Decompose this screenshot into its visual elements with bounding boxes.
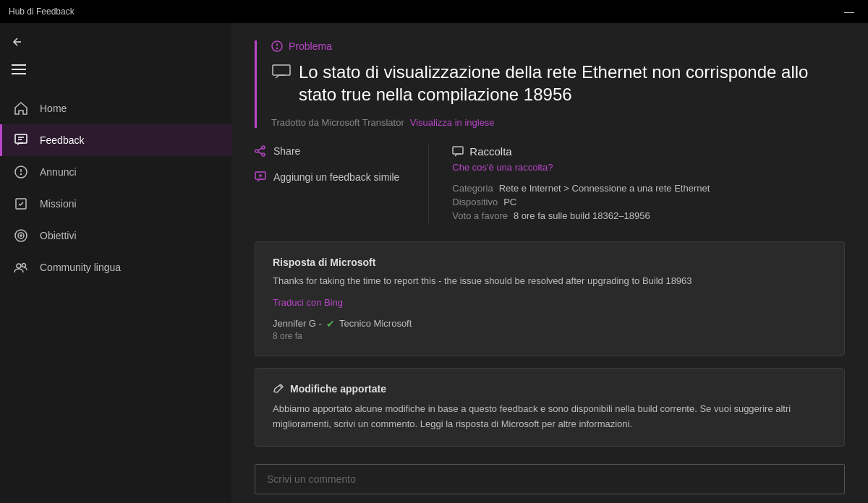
modifiche-box: Modifiche apportate Abbiamo apportato al… [255,368,845,447]
verified-icon: ✔ [326,318,335,330]
raccolta-title: Raccolta [469,145,511,158]
annunci-icon [14,165,28,179]
svg-point-21 [262,153,265,156]
sidebar-item-missioni-label: Missioni [40,198,77,210]
svg-rect-3 [15,134,27,143]
svg-point-13 [17,264,21,268]
translator-label: Tradotto da Microsoft Translator [271,117,404,128]
svg-rect-1 [12,69,26,70]
translate-bing-link[interactable]: Traduci con Bing [273,297,827,308]
nav-menu: Home Feedback Annunci [0,93,231,283]
share-action[interactable]: Share [255,145,399,157]
response-author: Jennifer G - ✔ Tecnico Microsoft [273,318,827,330]
feedback-icon [14,133,28,147]
meta-device-row: Dispositivo PC [452,197,845,207]
back-button[interactable] [0,29,231,55]
minimize-button[interactable]: — [839,4,859,19]
app-title: Hub di Feedback [9,7,75,17]
svg-line-22 [258,148,262,150]
svg-point-19 [262,146,265,149]
category-value: Rete e Internet > Connessione a una rete… [499,183,710,194]
problem-label: Problema [289,40,332,52]
view-original-link[interactable]: Visualizza in inglese [410,117,495,128]
sidebar-item-community-lingua[interactable]: Community lingua [0,252,231,283]
app-layout: Home Feedback Annunci [0,23,868,503]
response-title: Risposta di Microsoft [273,257,827,268]
share-icon [255,145,266,157]
sidebar-item-annunci[interactable]: Annunci [0,156,231,188]
add-feedback-label: Aggiungi un feedback simile [273,171,399,183]
sidebar-item-home[interactable]: Home [0,93,231,124]
raccolta-link[interactable]: Che cos'è una raccolta? [452,162,845,173]
meta-category-row: Categoria Rete e Internet > Connessione … [452,183,845,194]
vote-label: Voto a favore [452,210,508,221]
translator-bar: Tradotto da Microsoft Translator Visuali… [271,117,845,128]
left-col: Share Aggiungi un feedback simile [255,145,429,224]
response-time: 8 ore fa [273,331,827,341]
modifiche-body: Abbiamo apportato alcune modifiche in ba… [273,402,827,432]
titlebar: Hub di Feedback — [0,0,868,23]
home-icon [14,101,28,116]
device-value: PC [503,197,516,207]
svg-rect-18 [273,65,290,75]
author-name: Jennifer G - [273,318,322,329]
comment-input[interactable] [255,464,845,494]
modifiche-title: Modifiche apportate [290,383,386,395]
raccolta-icon [452,146,464,158]
hamburger-icon [12,62,26,77]
sidebar-item-community-lingua-label: Community lingua [40,262,121,273]
problem-header: Problema [271,40,845,52]
microsoft-response-box: Risposta di Microsoft Thanks for taking … [255,241,845,356]
community-icon [14,260,28,275]
category-label: Categoria [452,183,493,194]
page-title: Lo stato di visualizzazione della rete E… [299,61,845,106]
svg-rect-2 [12,73,26,74]
title-icon [271,62,292,106]
obiettivi-icon [14,228,28,243]
sidebar-item-home-label: Home [40,103,67,114]
page-title-wrapper: Lo stato di visualizzazione della rete E… [271,61,845,106]
two-col-section: Share Aggiungi un feedback simile [255,145,845,224]
feedback-title-icon [271,64,292,79]
sidebar-item-missioni[interactable]: Missioni [0,188,231,220]
add-feedback-icon [255,171,266,183]
content-border-wrapper: Problema Lo stato di visualizzazione del… [255,40,845,128]
svg-rect-27 [453,147,463,154]
main-content: Problema Lo stato di visualizzazione del… [231,23,868,503]
modifiche-header: Modifiche apportate [273,383,827,395]
raccolta-header: Raccolta [452,145,845,158]
svg-line-23 [258,152,262,154]
add-feedback-action[interactable]: Aggiungi un feedback simile [255,171,399,183]
share-label: Share [273,145,300,157]
response-body: Thanks for taking the time to report thi… [273,274,827,288]
svg-point-12 [20,235,22,236]
modifiche-icon [273,383,284,395]
svg-point-14 [22,264,26,267]
missioni-icon [14,197,28,211]
sidebar-item-obiettivi-label: Obiettivi [40,230,77,241]
author-role: Tecnico Microsoft [339,318,412,329]
back-icon [12,36,23,48]
right-col: Raccolta Che cos'è una raccolta? Categor… [429,145,845,224]
sidebar: Home Feedback Annunci [0,23,231,503]
hamburger-button[interactable] [0,55,231,87]
svg-rect-0 [12,64,26,66]
sidebar-item-annunci-label: Annunci [40,166,77,178]
svg-point-17 [277,48,278,49]
svg-point-20 [255,150,258,152]
sidebar-item-feedback-label: Feedback [40,134,84,146]
sidebar-item-feedback[interactable]: Feedback [0,124,231,156]
window-controls: — [839,4,859,19]
meta-vote-row: Voto a favore 8 ore fa sulle build 18362… [452,210,845,221]
vote-value: 8 ore fa sulle build 18362–18956 [514,210,650,221]
svg-point-8 [21,174,22,175]
problem-icon [271,40,283,52]
device-label: Dispositivo [452,197,498,207]
sidebar-item-obiettivi[interactable]: Obiettivi [0,220,231,252]
